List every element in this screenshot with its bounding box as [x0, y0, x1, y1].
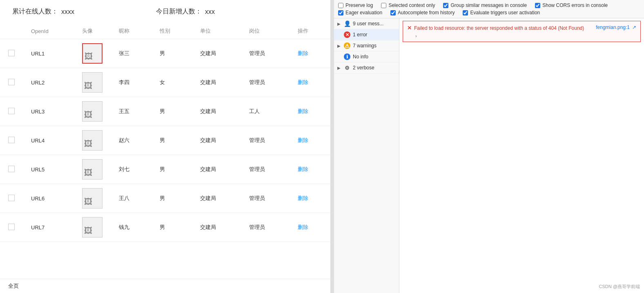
today-new-value: xxx [205, 8, 215, 16]
checkbox-preserve_log[interactable] [338, 3, 343, 8]
table-row: URL1🖼张三男交建局管理员删除 [0, 39, 330, 68]
checkbox-selected_context[interactable] [381, 3, 386, 8]
row-position: 管理员 [241, 126, 290, 155]
error-icon: ✕ [344, 31, 350, 38]
row-position: 管理员 [241, 155, 290, 184]
row-openid: URL3 [23, 97, 74, 126]
table-row: URL2🖼李四女交建局管理员删除 [0, 68, 330, 97]
row-checkbox[interactable] [8, 137, 15, 143]
pagination-bar: 全页 [0, 279, 330, 293]
broken-image-icon: 🖼 [84, 81, 92, 91]
total-online-label: 累计在线人数： [12, 7, 58, 16]
row-action-cell: 删除 [290, 39, 330, 68]
option-group_similar: Group similar messages in console [443, 2, 527, 8]
label-evaluate_triggers: Evaluate triggers user activation [470, 10, 540, 16]
today-new-stat: 今日新增人数： xxx [156, 7, 215, 16]
console-item-gear[interactable]: ▶⚙2 verbose [334, 62, 399, 73]
row-action-cell: 删除 [290, 213, 330, 242]
error-box: ✕ Failed to load resource: the server re… [403, 21, 641, 42]
delete-button[interactable]: 删除 [298, 166, 308, 173]
row-checkbox[interactable] [8, 166, 15, 172]
external-link-icon: ↗ [632, 24, 636, 30]
label-show_cors: Show CORS errors in console [542, 2, 608, 8]
row-nickname: 刘七 [111, 155, 152, 184]
console-item-label: 2 verbose [353, 65, 396, 71]
console-list: ▶👤9 user mess...✕1 error▶⚠7 warningsℹNo … [334, 18, 399, 73]
error-expand-arrow[interactable]: › [407, 33, 636, 38]
row-unit: 交建局 [192, 155, 241, 184]
checkbox-group_similar[interactable] [443, 3, 448, 8]
delete-button[interactable]: 删除 [298, 195, 308, 202]
checkbox-autocomplete_history[interactable] [390, 10, 396, 16]
row-checkbox[interactable] [8, 224, 15, 230]
devtools-panel: Preserve logSelected context onlyGroup s… [334, 0, 644, 293]
delete-button[interactable]: 删除 [298, 137, 308, 144]
row-action-cell: 删除 [290, 126, 330, 155]
console-item-warning[interactable]: ▶⚠7 warnings [334, 40, 399, 51]
row-unit: 交建局 [192, 68, 241, 97]
total-online-stat: 累计在线人数： xxxx [12, 7, 74, 16]
checkbox-eager_eval[interactable] [338, 10, 343, 16]
row-nickname: 赵六 [111, 126, 152, 155]
error-link[interactable]: fengmian.png:1 [596, 24, 630, 30]
row-action-cell: 删除 [290, 155, 330, 184]
row-checkbox[interactable] [8, 50, 15, 56]
row-openid: URL2 [23, 68, 74, 97]
error-line: ✕ Failed to load resource: the server re… [407, 24, 636, 32]
console-item-person[interactable]: ▶👤9 user mess... [334, 18, 399, 29]
delete-button[interactable]: 删除 [298, 79, 308, 86]
row-gender: 男 [152, 97, 192, 126]
row-checkbox-cell [0, 97, 23, 126]
broken-image-icon: 🖼 [84, 168, 92, 178]
row-openid: URL6 [23, 184, 74, 213]
option-autocomplete_history: Autocomplete from history [390, 10, 455, 16]
row-nickname: 张三 [111, 39, 152, 68]
pagination-info: 全页 [8, 282, 19, 290]
label-selected_context: Selected context only [388, 2, 435, 8]
label-autocomplete_history: Autocomplete from history [398, 10, 455, 16]
row-gender: 男 [152, 126, 192, 155]
row-nickname: 王五 [111, 97, 152, 126]
label-group_similar: Group similar messages in console [450, 2, 527, 8]
row-avatar-cell: 🖼 [74, 184, 111, 213]
expand-arrow-icon: ▶ [337, 44, 341, 48]
row-gender: 男 [152, 39, 192, 68]
panel-divider [331, 0, 334, 293]
broken-image-icon: 🖼 [84, 139, 92, 149]
row-avatar-cell: 🖼 [74, 39, 111, 68]
row-checkbox[interactable] [8, 195, 15, 201]
table-row: URL6🖼王八男交建局管理员删除 [0, 184, 330, 213]
error-message: Failed to load resource: the server resp… [414, 24, 593, 32]
broken-image-icon: 🖼 [84, 226, 92, 235]
row-unit: 交建局 [192, 39, 241, 68]
avatar: 🖼 [82, 130, 103, 151]
avatar: 🖼 [82, 159, 103, 180]
row-checkbox-cell [0, 155, 23, 184]
console-item-error[interactable]: ✕1 error [334, 29, 399, 40]
avatar: 🖼 [82, 188, 103, 209]
table-row: URL5🖼刘七男交建局管理员删除 [0, 155, 330, 184]
row-openid: URL4 [23, 126, 74, 155]
row-unit: 交建局 [192, 126, 241, 155]
option-show_cors: Show CORS errors in console [535, 2, 608, 8]
delete-button[interactable]: 删除 [298, 224, 308, 231]
broken-image-icon: 🖼 [84, 110, 92, 120]
row-openid: URL5 [23, 155, 74, 184]
row-avatar-cell: 🖼 [74, 126, 111, 155]
delete-button[interactable]: 删除 [298, 50, 308, 57]
row-checkbox[interactable] [8, 108, 15, 114]
checkbox-evaluate_triggers[interactable] [463, 10, 468, 16]
console-item-info[interactable]: ℹNo info [334, 51, 399, 62]
row-gender: 男 [152, 213, 192, 242]
broken-image-icon: 🖼 [84, 197, 92, 206]
delete-button[interactable]: 删除 [298, 108, 308, 115]
option-eager_eval: Eager evaluation [338, 10, 382, 16]
row-nickname: 钱九 [111, 213, 152, 242]
row-avatar-cell: 🖼 [74, 213, 111, 242]
expand-arrow-icon: ▶ [337, 22, 341, 26]
checkbox-show_cors[interactable] [535, 3, 540, 8]
row-checkbox[interactable] [8, 79, 15, 85]
col-unit: 单位 [192, 23, 241, 39]
col-checkbox [0, 23, 23, 39]
row-checkbox-cell [0, 68, 23, 97]
